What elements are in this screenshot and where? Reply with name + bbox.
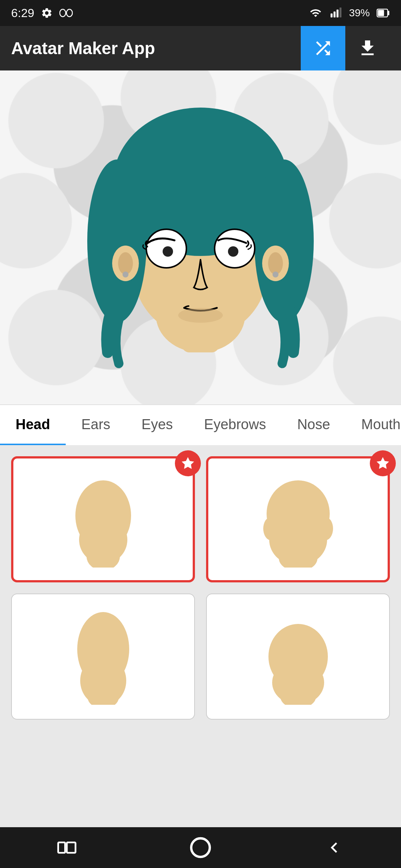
head-shape-4 — [261, 608, 335, 705]
star-badge-1 — [175, 450, 201, 476]
svg-point-1 — [66, 9, 72, 17]
time-display: 6:29 — [11, 6, 34, 20]
tab-mouth[interactable]: Mouth — [346, 405, 401, 445]
svg-rect-42 — [58, 842, 65, 853]
tab-ears[interactable]: Ears — [66, 405, 126, 445]
options-section — [0, 445, 401, 868]
download-icon — [357, 38, 378, 59]
nav-home-button[interactable] — [186, 833, 215, 862]
svg-point-44 — [191, 838, 210, 857]
head-option-1[interactable] — [11, 456, 195, 582]
svg-rect-2 — [330, 13, 332, 17]
svg-point-35 — [317, 517, 333, 540]
tab-nose[interactable]: Nose — [281, 405, 346, 445]
battery-icon — [376, 8, 390, 18]
settings-icon — [41, 7, 53, 19]
svg-point-18 — [118, 252, 133, 274]
svg-rect-5 — [339, 7, 341, 17]
star-badge-2 — [370, 450, 396, 476]
bottom-nav — [0, 827, 401, 868]
head-option-3[interactable] — [11, 594, 195, 720]
status-right: 39% — [308, 7, 390, 19]
shuffle-button[interactable] — [301, 26, 345, 70]
head-shape-3 — [66, 608, 140, 705]
tab-eyebrows[interactable]: Eyebrows — [189, 405, 282, 445]
star-icon-2 — [375, 456, 390, 471]
svg-point-26 — [228, 246, 238, 257]
svg-rect-3 — [333, 11, 335, 17]
recent-icon — [56, 837, 77, 858]
signal-icon — [330, 7, 342, 19]
status-left: 6:29 — [11, 6, 73, 20]
avatar-container — [74, 85, 327, 389]
avatar-preview — [0, 70, 401, 404]
svg-rect-43 — [67, 842, 75, 853]
svg-point-34 — [263, 517, 280, 540]
back-icon — [324, 837, 345, 858]
app-bar-actions — [301, 26, 390, 70]
app-title: Avatar Maker App — [11, 38, 155, 58]
svg-rect-4 — [336, 10, 338, 17]
tabs-container: Head Ears Eyes Eyebrows Nose Mouth Hair — [0, 404, 401, 445]
svg-point-0 — [60, 9, 66, 17]
svg-rect-22 — [182, 323, 219, 352]
head-option-4[interactable] — [206, 594, 390, 720]
svg-point-27 — [178, 308, 223, 323]
avatar-svg — [74, 85, 327, 389]
svg-point-20 — [123, 272, 128, 277]
shuffle-icon — [313, 38, 333, 59]
nav-recent-button[interactable] — [52, 833, 82, 862]
svg-rect-8 — [378, 10, 384, 16]
svg-point-19 — [268, 252, 283, 274]
nav-back-button[interactable] — [319, 833, 349, 862]
app-bar: Avatar Maker App — [0, 26, 401, 70]
download-button[interactable] — [345, 26, 390, 70]
tab-eyes[interactable]: Eyes — [126, 405, 188, 445]
battery-display: 39% — [349, 7, 370, 19]
wifi-icon — [308, 7, 323, 19]
head-shape-1 — [66, 471, 140, 568]
tab-head[interactable]: Head — [0, 405, 66, 445]
options-grid — [11, 456, 390, 720]
svg-point-24 — [163, 246, 173, 257]
home-icon — [189, 836, 212, 859]
svg-rect-7 — [388, 11, 389, 15]
head-option-2[interactable] — [206, 456, 390, 582]
star-icon-1 — [180, 456, 195, 471]
status-bar: 6:29 39% — [0, 0, 401, 26]
head-shape-2 — [261, 471, 335, 568]
media-icon — [59, 9, 73, 17]
svg-point-21 — [273, 272, 278, 277]
